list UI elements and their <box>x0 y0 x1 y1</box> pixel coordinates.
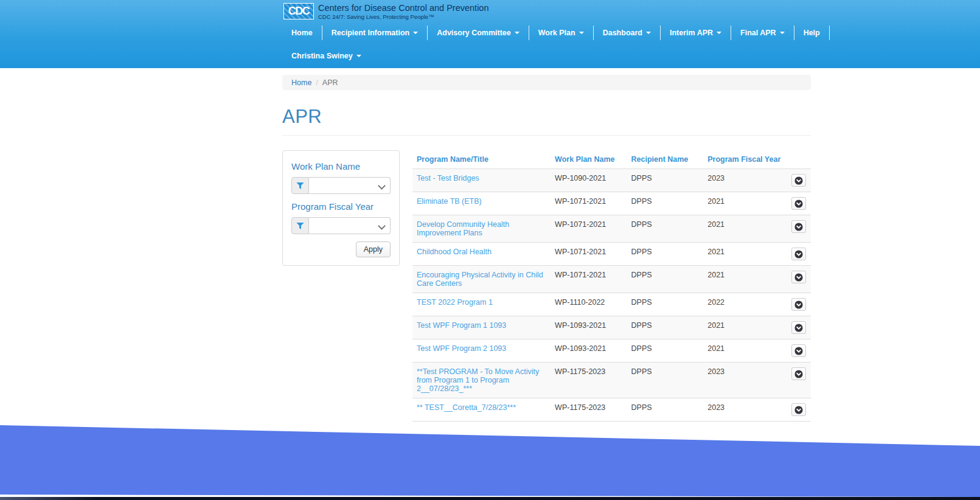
work-plan-cell: WP-1071-2021 <box>551 266 627 293</box>
column-header-fiscal-year[interactable]: Program Fiscal Year <box>703 150 787 169</box>
table-row: Test WPF Program 2 1093WP-1093-2021DPPS2… <box>412 339 811 363</box>
main-nav: Home Recipient Information Advisory Comm… <box>282 26 830 40</box>
table-row: Eliminate TB (ETB)WP-1071-2021DPPS2021 <box>412 192 811 215</box>
pagination-next[interactable]: > <box>477 439 492 453</box>
caret-down-icon <box>780 32 785 34</box>
caret-down-icon <box>646 32 651 34</box>
fiscal-year-cell: 2021 <box>703 316 787 339</box>
recipient-cell: DPPS <box>627 316 704 339</box>
fiscal-year-cell: 2023 <box>703 169 787 192</box>
nav-item-help[interactable]: Help <box>794 26 830 40</box>
column-header-actions <box>787 150 811 169</box>
work-plan-cell: WP-1071-2021 <box>551 215 627 243</box>
apply-button[interactable]: Apply <box>356 241 391 257</box>
row-actions-button[interactable] <box>791 197 806 210</box>
nav-item-interim-apr[interactable]: Interim APR <box>661 26 731 40</box>
breadcrumb: Home / APR <box>282 75 811 90</box>
program-link[interactable]: Test WPF Program 1 1093 <box>417 321 506 330</box>
recipient-cell: DPPS <box>627 243 704 266</box>
recipient-cell: DPPS <box>627 293 704 316</box>
row-actions-button[interactable] <box>791 271 806 283</box>
breadcrumb-current: APR <box>322 78 338 87</box>
cdc-brand: CDC Centers for Disease Control and Prev… <box>283 3 488 21</box>
breadcrumb-separator: / <box>316 78 318 87</box>
chevron-down-icon <box>378 182 386 190</box>
org-name: Centers for Disease Control and Preventi… <box>318 3 488 13</box>
nav-item-work-plan[interactable]: Work Plan <box>529 26 594 40</box>
row-actions-button[interactable] <box>791 174 806 187</box>
filter-panel: Work Plan Name Program Fiscal Year <box>282 150 400 266</box>
chevron-down-circle-icon <box>794 250 803 259</box>
fiscal-year-filter-label: Program Fiscal Year <box>291 201 391 212</box>
row-actions-button[interactable] <box>791 248 806 260</box>
work-plan-select[interactable] <box>309 177 391 194</box>
nav-item-recipient-information[interactable]: Recipient Information <box>322 26 428 40</box>
nav-item-home[interactable]: Home <box>282 26 322 40</box>
column-header-work-plan[interactable]: Work Plan Name <box>551 150 627 169</box>
fiscal-year-filter-group <box>291 217 391 234</box>
program-link[interactable]: Childhood Oral Health <box>417 248 492 256</box>
fiscal-year-cell: 2023 <box>703 398 787 422</box>
row-actions-button[interactable] <box>791 344 806 357</box>
row-actions-button[interactable] <box>791 367 806 380</box>
caret-down-icon <box>717 32 721 34</box>
work-plan-cell: WP-1090-2021 <box>551 169 627 192</box>
row-actions-button[interactable] <box>791 403 806 416</box>
recipient-cell: DPPS <box>627 339 704 363</box>
recipient-cell: DPPS <box>627 192 704 215</box>
fiscal-year-cell: 2021 <box>703 243 787 266</box>
table-row: Test - Test BridgesWP-1090-2021DPPS2023 <box>412 169 811 192</box>
fiscal-year-cell: 2021 <box>703 339 787 363</box>
title-divider <box>282 135 811 136</box>
row-actions-button[interactable] <box>791 298 806 311</box>
program-link[interactable]: **Test PROGRAM - To Move Activity from P… <box>417 367 539 393</box>
chevron-down-circle-icon <box>794 273 803 282</box>
page-content: Home / APR APR Work Plan Name Program Fi… <box>282 68 811 453</box>
table-header-row: Program Name/Title Work Plan Name Recipi… <box>412 150 811 169</box>
chevron-down-circle-icon <box>794 200 803 208</box>
pagination-prev[interactable]: < <box>419 439 433 453</box>
program-link[interactable]: Test WPF Program 2 1093 <box>417 344 506 353</box>
table-row: **Test PROGRAM - To Move Activity from P… <box>412 363 811 398</box>
pagination-page-1[interactable]: 1 <box>438 439 453 453</box>
user-menu[interactable]: Christina Swiney <box>282 49 370 63</box>
chevron-down-circle-icon <box>794 347 803 355</box>
program-link[interactable]: Encouraging Physical Activity in Child C… <box>417 271 543 288</box>
program-link[interactable]: ** TEST__Coretta_7/28/23*** <box>417 403 516 412</box>
row-actions-button[interactable] <box>791 220 806 233</box>
chevron-down-circle-icon <box>794 324 803 332</box>
row-actions-button[interactable] <box>791 321 806 334</box>
program-link[interactable]: TEST 2022 Program 1 <box>417 298 493 307</box>
program-link[interactable]: Develop Community Health Improvement Pla… <box>417 220 509 237</box>
breadcrumb-home-link[interactable]: Home <box>291 78 311 87</box>
table-body: Test - Test BridgesWP-1090-2021DPPS2023E… <box>412 169 811 422</box>
nav-item-final-apr[interactable]: Final APR <box>731 26 794 40</box>
caret-down-icon <box>413 32 418 34</box>
fiscal-year-cell: 2021 <box>703 192 787 215</box>
work-plan-cell: WP-1093-2021 <box>551 339 627 363</box>
column-header-program[interactable]: Program Name/Title <box>412 150 551 169</box>
program-link[interactable]: Test - Test Bridges <box>417 174 479 182</box>
work-plan-cell: WP-1093-2021 <box>551 316 627 339</box>
column-header-recipient[interactable]: Recipient Name <box>627 150 704 169</box>
program-link[interactable]: Eliminate TB (ETB) <box>417 197 482 206</box>
chevron-down-circle-icon <box>794 300 803 309</box>
chevron-down-circle-icon <box>794 176 803 185</box>
recipient-cell: DPPS <box>627 363 704 398</box>
page-title: APR <box>282 106 811 128</box>
funnel-icon <box>291 217 309 234</box>
fiscal-year-select[interactable] <box>309 217 391 234</box>
user-nav: Christina Swiney <box>282 49 370 63</box>
work-plan-filter-group <box>291 177 391 194</box>
caret-down-icon <box>356 55 361 57</box>
pagination: < 1 2 > <box>412 439 811 453</box>
recipient-cell: DPPS <box>627 266 704 293</box>
pagination-page-2[interactable]: 2 <box>457 439 472 453</box>
table-row: Develop Community Health Improvement Pla… <box>412 215 811 243</box>
recipient-cell: DPPS <box>627 398 704 422</box>
recipient-cell: DPPS <box>627 215 704 243</box>
table-row: TEST 2022 Program 1WP-1110-2022DPPS2022 <box>412 293 811 316</box>
nav-item-advisory-committee[interactable]: Advisory Committee <box>428 26 529 40</box>
nav-item-dashboard[interactable]: Dashboard <box>594 26 661 40</box>
work-plan-filter-label: Work Plan Name <box>291 161 391 172</box>
